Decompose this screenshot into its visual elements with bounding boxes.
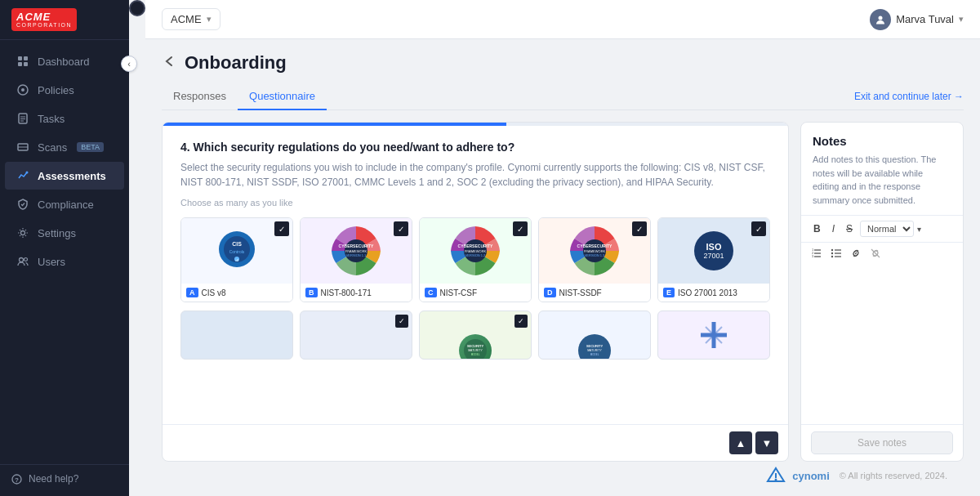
main-panel: 4. Which security regulations do you nee…	[162, 122, 789, 462]
settings-icon	[16, 226, 29, 239]
sidebar-item-compliance[interactable]: Compliance	[5, 190, 124, 218]
svg-point-12	[26, 172, 29, 174]
sidebar-item-scans[interactable]: Scans BETA	[5, 133, 124, 161]
card-image-iso: ✓ ISO 27001	[658, 218, 769, 284]
sidebar-item-label: Dashboard	[38, 56, 90, 68]
unordered-list-button[interactable]	[829, 246, 844, 263]
org-selector[interactable]: ACME ▾	[162, 8, 220, 30]
svg-point-65	[775, 479, 777, 481]
nist-csf-wheel-svg: CYBERSECURITY FRAMEWORK VERSION 1.2	[447, 222, 504, 279]
bottom-card-2[interactable]: ✓	[300, 311, 412, 360]
sidebar: ACME CORPORATION Dashboard	[0, 0, 129, 496]
notes-text-area[interactable]	[801, 268, 963, 424]
card-check-iso: ✓	[751, 221, 766, 236]
card-check-nistssdf: ✓	[632, 221, 647, 236]
sidebar-item-label: Users	[38, 256, 65, 268]
notes-toolbar-row2: 1 2 3	[801, 243, 963, 268]
help-label: Need help?	[29, 473, 78, 485]
sidebar-nav: Dashboard Policies Tasks	[0, 40, 129, 464]
svg-text:CYBERSECURITY: CYBERSECURITY	[458, 244, 493, 248]
sidebar-item-tasks[interactable]: Tasks	[5, 105, 124, 132]
bottom-card-5[interactable]	[657, 311, 770, 360]
link-button[interactable]	[849, 246, 863, 263]
logo-corp: CORPORATION	[16, 22, 72, 28]
nav-up-icon: ▲	[736, 437, 746, 449]
nist-wheel-svg: CYBERSECURITY FRAMEWORK VERSION 1.1	[327, 222, 385, 279]
card-iso-27001[interactable]: ✓ ISO 27001 E ISO 27001 2013	[657, 217, 770, 302]
sidebar-item-users[interactable]: Users	[5, 248, 124, 275]
card-nist-800-171[interactable]: ✓	[300, 217, 412, 302]
save-notes-button[interactable]: Save notes	[811, 431, 953, 454]
sidebar-item-label: Tasks	[38, 113, 65, 125]
sidebar-item-dashboard[interactable]: Dashboard	[5, 47, 124, 75]
question-description: Select the security regulations you wish…	[180, 160, 770, 190]
nist-ssdf-wheel-svg: CYBERSECURITY FRAMEWORK VERSION 1.3	[566, 222, 623, 279]
cynomi-brand-icon	[764, 467, 787, 485]
nav-down-button[interactable]: ▼	[755, 431, 778, 454]
svg-point-5	[21, 88, 24, 92]
svg-text:VERSION 1.3: VERSION 1.3	[585, 253, 605, 257]
org-name: ACME	[171, 13, 202, 25]
exit-continue-later[interactable]: Exit and continue later →	[854, 91, 964, 102]
sidebar-item-label: Compliance	[38, 199, 94, 211]
card-label-nistssdf: D NIST-SSDF	[539, 284, 650, 302]
copyright-text: © All rights reserved, 2024.	[840, 471, 947, 480]
svg-point-13	[21, 231, 25, 235]
page-title: Onboarding	[185, 52, 287, 74]
svg-text:SECURITY: SECURITY	[586, 344, 604, 348]
sidebar-item-label: Assessments	[38, 170, 106, 182]
user-circle-icon	[874, 13, 887, 26]
svg-text:SECURITY: SECURITY	[467, 344, 484, 348]
sidebar-collapse-button-abs[interactable]: ‹	[121, 56, 137, 72]
card-cis-v8[interactable]: ✓ CIS Controls v8	[180, 217, 293, 302]
card-image-nistssdf: ✓	[539, 218, 650, 284]
card-image-nist800: ✓	[301, 218, 412, 284]
card-image-cis: ✓ CIS Controls v8	[181, 218, 292, 284]
bottom-card-check-2: ✓	[395, 315, 408, 328]
sidebar-item-policies[interactable]: Policies	[5, 76, 124, 104]
svg-rect-3	[24, 62, 28, 66]
ordered-list-button[interactable]: 1 2 3	[809, 246, 824, 263]
sidebar-collapse-button[interactable]	[129, 0, 145, 16]
card-nist-ssdf[interactable]: ✓	[538, 217, 651, 302]
bottom-card-1[interactable]	[180, 311, 293, 360]
bottom-card-content-5	[658, 311, 769, 359]
card-label-cis: A CIS v8	[181, 284, 292, 302]
text-style-select[interactable]: Normal	[860, 221, 914, 237]
tabs-left: Responses Questionnaire	[162, 83, 327, 109]
bold-button[interactable]: B	[809, 221, 825, 237]
need-help[interactable]: ? Need help?	[11, 473, 118, 485]
style-chevron-icon: ▾	[917, 225, 921, 234]
svg-text:VERSION 1.2: VERSION 1.2	[466, 253, 486, 257]
nav-up-button[interactable]: ▲	[729, 431, 752, 454]
tab-questionnaire[interactable]: Questionnaire	[238, 83, 327, 110]
policies-icon	[16, 83, 29, 96]
unlink-button[interactable]	[868, 246, 883, 263]
user-menu[interactable]: Marva Tuval ▾	[870, 9, 964, 30]
svg-rect-0	[18, 56, 22, 60]
cards-grid: ✓ CIS Controls v8	[180, 217, 770, 302]
navigation-arrows: ▲ ▼	[163, 424, 788, 461]
strikethrough-button[interactable]: S	[842, 221, 857, 237]
bottom-card-4[interactable]: SECURITY MATURITY MODEL	[538, 311, 651, 360]
assessments-icon	[16, 169, 29, 182]
question-area: 4. Which security regulations do you nee…	[163, 126, 788, 424]
tab-responses[interactable]: Responses	[162, 83, 238, 110]
sidebar-item-settings[interactable]: Settings	[5, 219, 124, 247]
card-nist-csf[interactable]: ✓	[419, 217, 532, 302]
card-label-iso: E ISO 27001 2013	[658, 284, 769, 302]
notes-title: Notes	[801, 123, 963, 153]
svg-rect-1	[24, 56, 28, 60]
sidebar-bottom: ? Need help?	[0, 464, 129, 496]
back-button[interactable]	[162, 54, 176, 72]
sidebar-item-label: Scans	[38, 141, 67, 154]
card-check-nistcsf: ✓	[513, 221, 528, 236]
svg-point-60	[831, 252, 833, 254]
card-image-nistcsf: ✓	[420, 218, 531, 284]
italic-button[interactable]: I	[828, 221, 839, 237]
bottom-card-3[interactable]: ✓ SECURITY MATURITY MODEL	[419, 311, 532, 360]
sidebar-item-assessments[interactable]: Assessments	[5, 162, 124, 190]
bottom-card-badge-4: SECURITY MATURITY MODEL	[578, 334, 611, 360]
cis-logo: CIS Controls v8	[216, 228, 258, 274]
svg-text:CYBERSECURITY: CYBERSECURITY	[339, 244, 374, 248]
